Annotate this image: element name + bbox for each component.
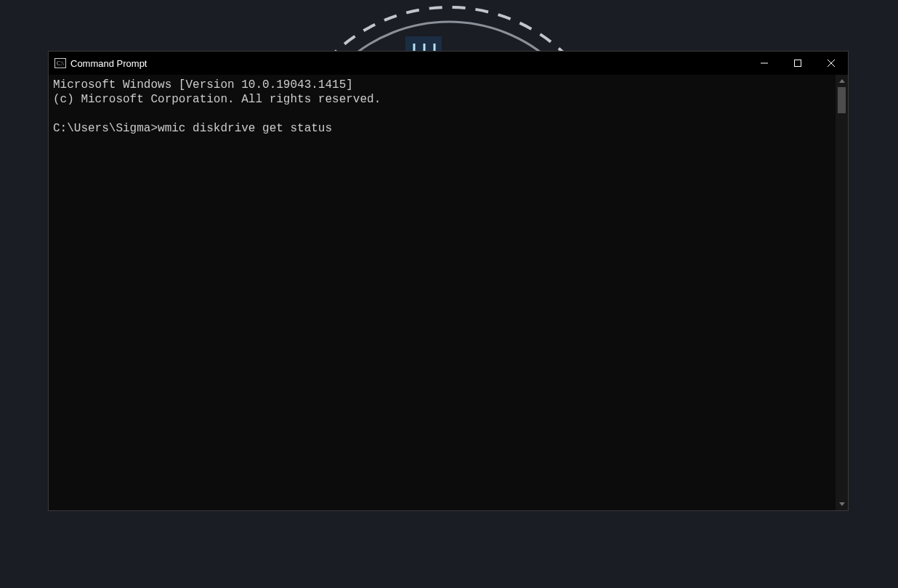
maximize-button[interactable] [781, 52, 814, 75]
window-title: Command Prompt [70, 58, 748, 69]
scroll-up-arrow-icon[interactable] [836, 75, 848, 87]
minimize-button[interactable] [748, 52, 781, 75]
scroll-track[interactable] [836, 87, 848, 498]
cmd-icon: C:\ [54, 57, 66, 69]
terminal-output: Microsoft Windows [Version 10.0.19043.14… [53, 78, 844, 136]
scroll-thumb[interactable] [838, 87, 846, 113]
svg-rect-47 [795, 60, 801, 67]
svg-marker-50 [839, 79, 845, 83]
prompt: C:\Users\Sigma> [53, 122, 158, 135]
vertical-scrollbar[interactable] [836, 75, 848, 510]
svg-marker-51 [839, 502, 845, 506]
close-button[interactable] [814, 52, 848, 75]
output-line-1: Microsoft Windows [Version 10.0.19043.14… [53, 78, 353, 91]
typed-command: wmic diskdrive get status [158, 122, 332, 135]
output-line-2: (c) Microsoft Corporation. All rights re… [53, 93, 381, 106]
scroll-down-arrow-icon[interactable] [836, 498, 848, 510]
terminal-body[interactable]: Microsoft Windows [Version 10.0.19043.14… [49, 75, 848, 510]
window-controls [748, 52, 848, 75]
svg-text:C:\: C:\ [57, 60, 65, 67]
command-prompt-window: C:\ Command Prompt Microsoft Windows [Ve… [48, 51, 849, 511]
title-bar[interactable]: C:\ Command Prompt [49, 52, 848, 75]
